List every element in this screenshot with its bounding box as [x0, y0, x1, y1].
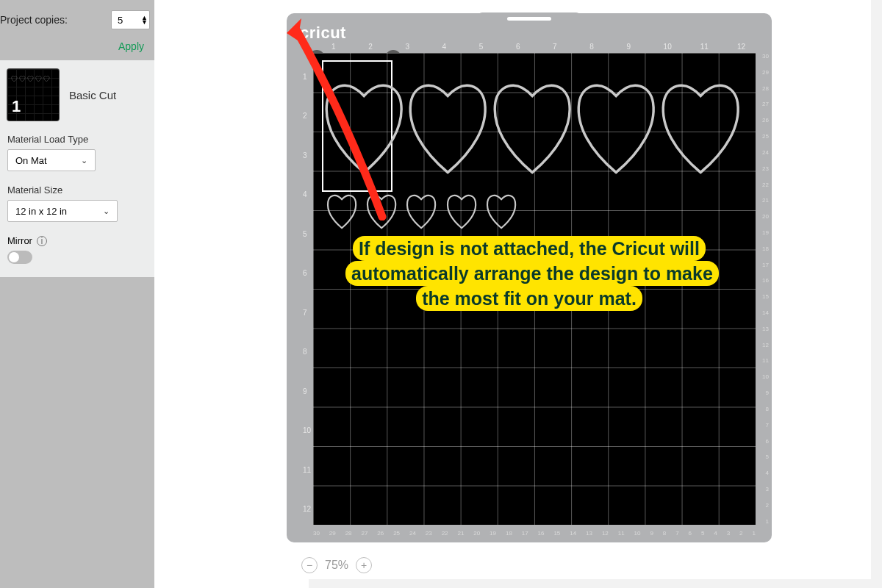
ruler-tick: 2	[368, 43, 373, 51]
heart-shape[interactable]	[406, 62, 490, 190]
ruler-tick: 27	[361, 530, 368, 537]
zoom-in-button[interactable]: +	[356, 557, 372, 573]
ruler-tick: 7	[303, 309, 307, 317]
ruler-tick: 10	[757, 373, 769, 380]
ruler-tick: 8	[757, 406, 769, 412]
material-size-value: 12 in x 12 in	[15, 206, 67, 217]
ruler-tick: 17	[522, 530, 528, 537]
ruler-tick: 26	[757, 117, 769, 123]
mirror-row: Mirror i	[7, 235, 147, 246]
material-load-select[interactable]: On Mat ⌄	[7, 149, 96, 171]
ruler-tick: 28	[757, 85, 769, 92]
heart-shape[interactable]	[362, 192, 401, 229]
ruler-bottom-cm: 3029282726252423222120191817161514131211…	[313, 530, 756, 537]
material-load-label: Material Load Type	[7, 134, 147, 145]
ruler-tick: 16	[538, 530, 545, 537]
ruler-tick: 2	[303, 112, 307, 120]
ruler-tick: 20	[757, 213, 769, 220]
horizontal-scrollbar[interactable]	[309, 579, 882, 588]
ruler-tick: 7	[675, 530, 678, 537]
main-area: cricut ⋯ ↻ 123456789101112 1234567891011…	[154, 0, 882, 588]
heart-shape[interactable]	[574, 62, 658, 190]
ruler-tick: 6	[516, 43, 520, 51]
mirror-toggle[interactable]	[7, 251, 32, 264]
zoom-out-button[interactable]: −	[301, 557, 318, 573]
ruler-tick: 7	[553, 43, 557, 51]
ruler-tick: 25	[393, 530, 400, 537]
ruler-tick: 19	[490, 530, 496, 537]
ruler-tick: 10	[634, 530, 641, 537]
ruler-tick: 5	[757, 453, 769, 460]
ruler-tick: 18	[757, 245, 769, 252]
heart-shape[interactable]	[442, 192, 481, 229]
heart-shape[interactable]	[322, 192, 362, 229]
heart-shape[interactable]	[659, 62, 742, 190]
ruler-tick: 1	[752, 530, 755, 537]
project-copies-input[interactable]: ▲▼	[111, 10, 150, 29]
ruler-tick: 3	[727, 530, 730, 537]
ruler-tick: 11	[757, 357, 769, 364]
ruler-tick: 5	[701, 530, 704, 537]
ruler-tick: 24	[757, 149, 769, 156]
ruler-tick: 4	[303, 190, 307, 198]
ruler-tick: 30	[313, 530, 320, 537]
ruler-tick: 1	[303, 73, 307, 81]
project-copies-label: Project copies:	[0, 14, 68, 26]
mat-thumbnail[interactable]: 1	[7, 69, 59, 121]
material-size-select[interactable]: 12 in x 12 in ⌄	[7, 200, 118, 222]
ruler-tick: 11	[700, 43, 709, 51]
ruler-tick: 9	[650, 530, 653, 537]
ruler-tick: 6	[303, 269, 307, 277]
ruler-tick: 14	[757, 309, 769, 316]
heart-shape[interactable]	[481, 192, 521, 229]
ruler-tick: 18	[506, 530, 512, 537]
ruler-tick: 9	[757, 390, 769, 396]
ruler-tick: 9	[626, 43, 631, 51]
ruler-tick: 22	[757, 182, 769, 188]
ruler-tick: 5	[479, 43, 484, 51]
stepper-icon[interactable]: ▲▼	[138, 15, 148, 24]
ruler-tick: 21	[757, 197, 769, 204]
ruler-tick: 12	[737, 43, 745, 51]
ruler-right-cm: 3029282726252423222120191817161514131211…	[757, 53, 769, 525]
mat-number: 1	[12, 97, 21, 116]
ruler-tick: 26	[377, 530, 384, 537]
ruler-tick: 11	[618, 530, 625, 537]
ruler-tick: 4	[442, 43, 447, 51]
ruler-tick: 8	[589, 43, 594, 51]
project-copies-value[interactable]	[118, 15, 138, 26]
ruler-tick: 11	[303, 466, 311, 474]
ruler-tick: 22	[442, 530, 448, 537]
annotation-callout: If design is not attached, the Cricut wi…	[338, 235, 720, 312]
ruler-tick: 8	[303, 348, 307, 356]
mat-name: Basic Cut	[69, 89, 116, 101]
vertical-scrollbar[interactable]	[871, 0, 882, 588]
heart-shape[interactable]	[322, 62, 406, 190]
heart-shape[interactable]	[490, 62, 574, 190]
apply-button[interactable]: Apply	[118, 40, 144, 52]
ruler-tick: 27	[757, 101, 769, 107]
ruler-tick: 2	[739, 530, 742, 537]
ruler-tick: 6	[689, 530, 692, 537]
ruler-tick: 2	[757, 502, 769, 509]
ruler-tick: 3	[757, 486, 769, 492]
ruler-tick: 3	[405, 43, 409, 51]
ruler-tick: 19	[757, 229, 769, 236]
ruler-tick: 21	[457, 530, 464, 537]
ruler-left: 123456789101112	[303, 53, 313, 525]
ruler-tick: 3	[303, 151, 307, 159]
ruler-tick: 30	[757, 53, 769, 60]
annotation-text: If design is not attached, the Cricut wi…	[345, 236, 719, 311]
ruler-tick: 25	[757, 133, 769, 140]
mirror-label: Mirror	[7, 235, 32, 246]
ruler-tick: 10	[664, 43, 672, 51]
ruler-tick: 12	[757, 342, 769, 348]
ruler-tick: 4	[714, 530, 717, 537]
zoom-value: 75%	[325, 559, 348, 572]
info-icon[interactable]: i	[37, 236, 47, 246]
sidebar: Project copies: ▲▼ Apply	[0, 0, 154, 588]
ruler-tick: 7	[757, 422, 769, 429]
ruler-tick: 13	[586, 530, 592, 537]
material-load-value: On Mat	[15, 155, 47, 166]
heart-shape[interactable]	[401, 192, 441, 229]
